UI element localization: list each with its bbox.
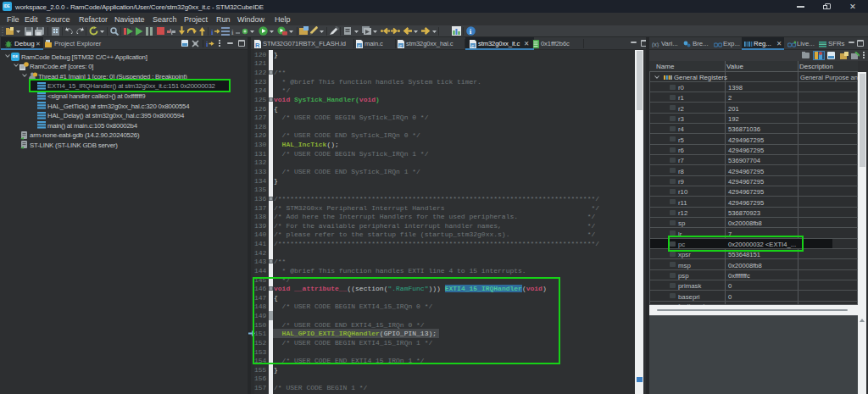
svg-text:R: R bbox=[255, 41, 260, 47]
svg-text:(x)=: (x)= bbox=[652, 42, 659, 47]
svg-text:c: c bbox=[471, 42, 474, 47]
svg-text:i: i bbox=[206, 40, 209, 47]
svg-text:i: i bbox=[231, 28, 234, 36]
svg-text:c: c bbox=[358, 42, 360, 47]
svg-text:i: i bbox=[211, 28, 214, 36]
svg-text:c: c bbox=[399, 42, 402, 47]
